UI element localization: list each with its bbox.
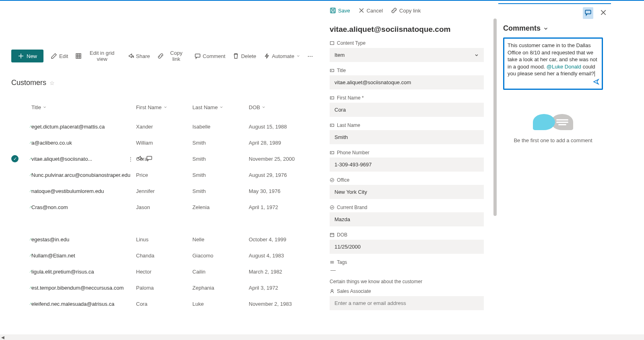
cell-title[interactable]: ↗est.tempor.bibendum@neccursusa.com — [31, 285, 136, 291]
label-firstname: First Name * — [330, 95, 484, 101]
comment-draft-text: This customer came in to the Dallas Offi… — [508, 42, 599, 77]
table-row[interactable]: ✓↗vitae.aliquet@sociisnato...⋮CoraSmithN… — [11, 151, 313, 167]
label-tags: Tags — [330, 259, 484, 265]
cell-dob: October 4, 1999 — [249, 236, 313, 243]
close-panel-icon[interactable] — [600, 9, 607, 17]
cell-firstname: Jennifer — [136, 188, 192, 194]
chevron-down-icon — [543, 26, 549, 31]
label-brand: Current Brand — [330, 205, 484, 210]
cell-title[interactable]: ↗vitae.aliquet@sociisnato...⋮ — [31, 156, 136, 162]
input-firstname[interactable] — [330, 103, 484, 117]
details-pane: Save Cancel Copy link vitae.aliquet@soci… — [321, 3, 498, 340]
row-more-icon[interactable]: ⋮ — [128, 156, 133, 162]
cell-dob: August 29, 1976 — [249, 172, 313, 178]
send-icon[interactable] — [593, 79, 599, 86]
favorite-icon[interactable]: ☆ — [50, 80, 55, 86]
table-row[interactable]: ↗ligula.elit.pretium@risus.caHectorCaili… — [11, 263, 313, 280]
cell-title[interactable]: ↗Nunc.pulvinar.arcu@conubianostraper.edu — [31, 172, 136, 178]
table-row[interactable]: ↗a@aclibero.co.ukWilliamSmithApril 28, 1… — [11, 135, 313, 151]
cell-lastname: Zephania — [192, 285, 249, 291]
svg-rect-4 — [330, 41, 334, 45]
comments-empty-state: Be the first one to add a comment — [503, 114, 603, 143]
column-title[interactable]: Title — [31, 104, 136, 110]
table-row[interactable]: ↗est.tempor.bibendum@neccursusa.comPalom… — [11, 280, 313, 296]
hint-text: Certain things we know about the custome… — [330, 279, 484, 284]
empty-graphic-icon — [503, 114, 603, 130]
input-sales[interactable] — [330, 296, 484, 310]
cell-title[interactable]: ↗Nullam@Etiam.net — [31, 253, 136, 259]
cell-lastname: Smith — [192, 140, 249, 146]
cell-title[interactable]: ↗eleifend.nec.malesuada@atrisus.ca — [31, 301, 136, 307]
cell-title[interactable]: ↗eget.dictum.placerat@mattis.ca — [31, 124, 136, 130]
cell-title[interactable]: ↗ligula.elit.pretium@risus.ca — [31, 269, 136, 275]
svg-rect-3 — [330, 8, 335, 13]
input-brand[interactable] — [330, 212, 484, 226]
toggle-comments-icon[interactable] — [583, 7, 593, 19]
comments-header[interactable]: Comments — [503, 24, 603, 33]
input-office[interactable] — [330, 185, 484, 199]
details-scrollbar[interactable] — [493, 19, 497, 325]
row-share-icon[interactable] — [136, 155, 143, 163]
column-firstname[interactable]: First Name — [136, 104, 192, 110]
table-row[interactable]: ↗Nullam@Etiam.netChandaGiacomoAugust 4, … — [11, 247, 313, 263]
table-row[interactable]: ↗eleifend.nec.malesuada@atrisus.caCoraLu… — [11, 296, 313, 312]
column-lastname[interactable]: Last Name — [192, 104, 249, 110]
svg-rect-1 — [195, 54, 200, 57]
horizontal-scrollbar[interactable]: ◄ — [0, 334, 644, 340]
automate-button[interactable]: Automate — [264, 53, 301, 59]
comments-pane: Comments This customer came in to the Da… — [498, 3, 611, 340]
cell-title[interactable]: ↗natoque@vestibulumlorem.edu — [31, 188, 136, 194]
new-button[interactable]: New — [11, 50, 43, 62]
input-title[interactable] — [330, 75, 484, 89]
cancel-button[interactable]: Cancel — [358, 7, 383, 14]
command-bar: New Edit Edit in grid view Share Copy li… — [11, 50, 313, 62]
cell-lastname: Cailin — [192, 269, 249, 275]
details-copy-link-button[interactable]: Copy link — [391, 7, 421, 14]
cell-dob: April 1, 1972 — [249, 204, 313, 210]
delete-button[interactable]: Delete — [233, 53, 256, 59]
cell-firstname: Price — [136, 172, 192, 178]
comment-button[interactable]: Comment — [194, 53, 225, 59]
table-row[interactable]: ↗Nunc.pulvinar.arcu@conubianostraper.edu… — [11, 167, 313, 183]
share-button[interactable]: Share — [128, 53, 150, 59]
mention-tag[interactable]: @Luke Donald — [547, 64, 581, 70]
label-dob: DOB — [330, 232, 484, 238]
label-lastname: Last Name — [330, 122, 484, 128]
edit-grid-button[interactable]: Edit in grid view — [75, 50, 120, 62]
cell-dob: November 25, 2000 — [249, 156, 313, 162]
input-contenttype[interactable]: Item — [330, 48, 484, 62]
table-row[interactable]: ↗natoque@vestibulumlorem.eduJenniferSmit… — [11, 183, 313, 199]
save-button[interactable]: Save — [330, 7, 350, 14]
cell-title[interactable]: ↗a@aclibero.co.uk — [31, 140, 136, 146]
table-row[interactable]: ↗egestas@in.eduLinusNelleOctober 4, 1999 — [11, 231, 313, 247]
comment-input-box[interactable]: This customer came in to the Dallas Offi… — [503, 37, 603, 90]
cell-dob: April 28, 1989 — [249, 140, 313, 146]
cell-firstname: Paloma — [136, 285, 192, 291]
details-toolbar: Save Cancel Copy link — [330, 3, 486, 17]
cell-lastname: Luke — [192, 301, 249, 307]
svg-point-12 — [331, 290, 333, 292]
copy-link-button[interactable]: Copy link — [157, 50, 187, 62]
cell-firstname: Cora — [136, 301, 192, 307]
customers-table: Title First Name Last Name DOB ↗eget.dic… — [11, 99, 313, 312]
row-comment-icon[interactable] — [146, 155, 153, 163]
main-list-pane: New Edit Edit in grid view Share Copy li… — [0, 3, 321, 340]
cell-dob: August 4, 1983 — [249, 253, 313, 259]
input-lastname[interactable] — [330, 130, 484, 144]
cell-title[interactable]: ↗Cras@non.com — [31, 204, 136, 210]
edit-button[interactable]: Edit — [51, 53, 68, 59]
cell-title[interactable]: ↗egestas@in.edu — [31, 236, 136, 243]
row-selected-icon[interactable]: ✓ — [11, 155, 19, 162]
column-dob[interactable]: DOB — [249, 104, 313, 110]
table-row[interactable]: ↗eget.dictum.placerat@mattis.caXanderIsa… — [11, 118, 313, 135]
details-form: Content Type Item Title First Name * Las… — [330, 40, 486, 316]
input-dob[interactable] — [330, 240, 484, 254]
label-office: Office — [330, 177, 484, 183]
table-row[interactable]: ↗Cras@non.comJasonZeleniaApril 1, 1972 — [11, 199, 313, 215]
cell-firstname: Hector — [136, 269, 192, 275]
overflow-button[interactable]: ··· — [308, 53, 313, 59]
list-title: Customers — [11, 79, 46, 87]
input-phone[interactable] — [330, 158, 484, 172]
cell-lastname: Nelle — [192, 236, 249, 243]
cell-lastname: Zelenia — [192, 204, 249, 210]
